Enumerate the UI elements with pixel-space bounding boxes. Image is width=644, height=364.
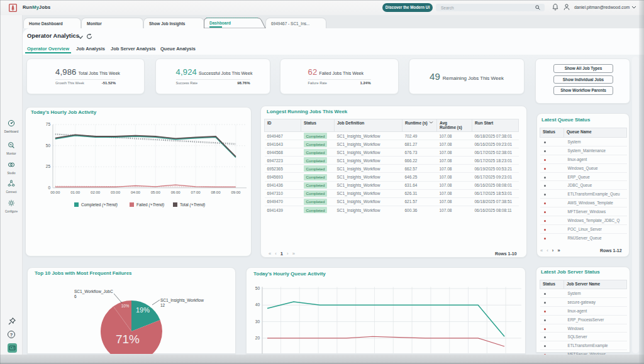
svg-text:12: 12: [160, 303, 165, 307]
svg-text:06:00: 06:00: [171, 190, 181, 194]
svg-text:Failed (+Trend): Failed (+Trend): [136, 202, 164, 207]
svg-text:SC1_Insights_Workflow: SC1_Insights_Workflow: [160, 298, 204, 303]
svg-text:50: 50: [255, 286, 260, 290]
svg-text:40: 40: [255, 302, 260, 307]
svg-text:20: 20: [255, 336, 260, 340]
svg-text:75: 75: [46, 122, 51, 126]
svg-text:07:00: 07:00: [191, 190, 201, 194]
svg-text:25: 25: [46, 164, 51, 168]
svg-text:10%: 10%: [121, 304, 130, 308]
svg-text:Completed (+Trend): Completed (+Trend): [81, 202, 118, 207]
svg-text:05:00: 05:00: [151, 190, 161, 194]
svg-text:03:00: 03:00: [111, 190, 121, 194]
svg-text:Total (+Trend): Total (+Trend): [180, 202, 205, 207]
svg-text:0: 0: [48, 185, 50, 190]
svg-text:71%: 71%: [116, 333, 140, 346]
svg-text:08:00: 08:00: [211, 190, 221, 194]
svg-text:02:00: 02:00: [91, 190, 101, 194]
svg-text:SC1_Workflow_JobC: SC1_Workflow_JobC: [74, 289, 113, 294]
svg-text:00:00: 00:00: [50, 190, 60, 194]
svg-text:30: 30: [255, 319, 260, 324]
svg-text:01:00: 01:00: [70, 190, 80, 194]
svg-text:04:00: 04:00: [131, 190, 141, 194]
svg-text:50: 50: [46, 143, 51, 148]
svg-text:19%: 19%: [136, 306, 150, 314]
svg-text:Dashboard: Dashboard: [209, 21, 231, 25]
svg-text:09:00: 09:00: [231, 190, 241, 194]
svg-text:6: 6: [74, 294, 77, 299]
